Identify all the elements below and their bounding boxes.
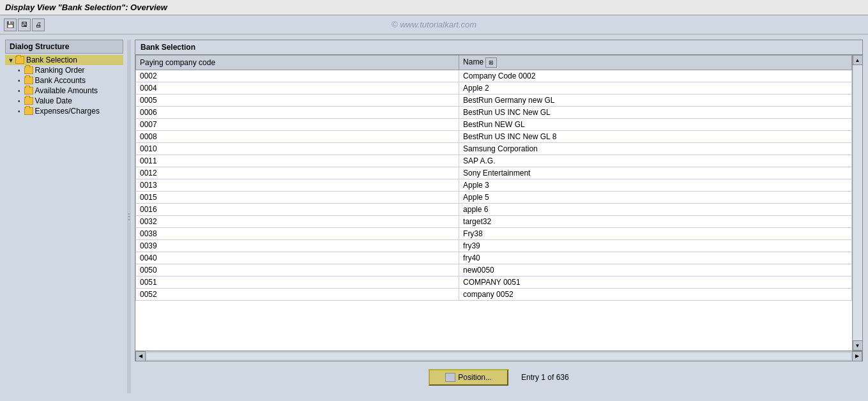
cell-code: 0039 [136,240,459,252]
table-row[interactable]: 0015Apple 5 [136,192,852,204]
sidebar-item-label: Value Date [35,96,72,105]
position-btn-icon [445,373,455,382]
bullet: • [18,87,20,95]
watermark: © www.tutorialkart.com [392,20,476,29]
sidebar-item-label: Expenses/Charges [35,107,100,116]
folder-icon [24,87,33,95]
cell-code: 0006 [136,107,459,119]
cell-name: BestRun US INC New GL [459,107,852,119]
table-row[interactable]: 0004Apple 2 [136,82,852,95]
table-wrapper: Paying company code Name ⊞ 0002Company C… [135,55,862,351]
bullet: • [18,77,20,84]
cell-name: BestRun US INC New GL 8 [459,131,852,143]
table-row[interactable]: 0005BestRun Germany new GL [136,95,852,107]
cell-name: fry40 [459,252,852,264]
position-btn-label: Position... [458,373,492,382]
folder-icon [24,107,33,115]
sidebar: Dialog Structure ▼ Bank Selection • Rank… [5,40,123,393]
table-row[interactable]: 0052company 0052 [136,289,852,301]
sidebar-item-bank-accounts[interactable]: • Bank Accounts [5,75,123,86]
sidebar-item-label: Bank Accounts [35,76,86,85]
folder-icon [15,56,24,64]
data-table: Paying company code Name ⊞ 0002Company C… [135,55,852,301]
sidebar-item-available-amounts[interactable]: • Available Amounts [5,86,123,96]
cell-name: BestRun NEW GL [459,119,852,131]
cell-code: 0011 [136,155,459,167]
table-row[interactable]: 0051COMPANY 0051 [136,276,852,289]
save-local-icon[interactable]: 🖫 [18,19,31,31]
cell-code: 0032 [136,216,459,228]
cell-name: new0050 [459,264,852,276]
folder-icon [24,66,33,74]
tree: ▼ Bank Selection • Ranking Order • Bank … [5,55,123,116]
print-icon[interactable]: 🖨 [32,19,45,31]
cell-code: 0002 [136,70,459,82]
sidebar-item-label: Available Amounts [35,86,98,95]
sidebar-item-label: Bank Selection [26,56,77,64]
table-title: Bank Selection [135,40,862,55]
scroll-left-btn[interactable]: ◀ [135,351,146,361]
horizontal-scrollbar[interactable]: ◀ ▶ [135,351,862,361]
resize-handle[interactable] [127,40,131,393]
bullet: • [18,108,20,115]
table-row[interactable]: 0040fry40 [136,252,852,264]
cell-name: Fry38 [459,228,852,240]
cell-name: COMPANY 0051 [459,276,852,289]
scroll-track[interactable] [853,65,862,340]
cell-name: apple 6 [459,204,852,216]
page-title: Display View "Bank Selection": Overview [0,0,868,15]
sidebar-item-expenses-charges[interactable]: • Expenses/Charges [5,106,123,116]
scroll-right-btn[interactable]: ▶ [852,351,862,361]
cell-name: SAP A.G. [459,155,852,167]
sidebar-item-ranking-order[interactable]: • Ranking Order [5,65,123,75]
table-row[interactable]: 0038Fry38 [136,228,852,240]
table-body: 0002Company Code 00020004Apple 20005Best… [136,70,852,301]
table-row[interactable]: 0013Apple 3 [136,179,852,192]
table-row[interactable]: 0032target32 [136,216,852,228]
cell-name: Company Code 0002 [459,70,852,82]
table-row[interactable]: 0002Company Code 0002 [136,70,852,82]
cell-code: 0050 [136,264,459,276]
cell-code: 0007 [136,119,459,131]
col-header-code: Paying company code [136,56,459,70]
save-icon[interactable]: 💾 [4,19,17,31]
table-row[interactable]: 0039fry39 [136,240,852,252]
cell-code: 0015 [136,192,459,204]
cell-name: Apple 5 [459,192,852,204]
sidebar-item-bank-selection[interactable]: ▼ Bank Selection [5,55,123,65]
scroll-down-btn[interactable]: ▼ [853,340,863,351]
table-row[interactable]: 0016apple 6 [136,204,852,216]
tree-arrow: ▼ [8,57,14,64]
table-row[interactable]: 0007BestRun NEW GL [136,119,852,131]
bullet: • [18,98,20,105]
h-scroll-track[interactable] [147,353,851,359]
table-container: Bank Selection Paying company code Name [135,40,863,361]
position-button[interactable]: Position... [429,369,508,386]
table-row[interactable]: 0011SAP A.G. [136,155,852,167]
table-row[interactable]: 0050new0050 [136,264,852,276]
toolbar: 💾 🖫 🖨 © www.tutorialkart.com [0,15,868,34]
vertical-scrollbar[interactable]: ▲ ▼ [852,55,862,351]
bottom-area: Position... Entry 1 of 636 [135,361,863,393]
cell-name: target32 [459,216,852,228]
table-row[interactable]: 0008BestRun US INC New GL 8 [136,131,852,143]
cell-code: 0004 [136,82,459,95]
col-header-name: Name ⊞ [459,56,852,70]
scroll-up-btn[interactable]: ▲ [853,55,863,65]
table-row[interactable]: 0012Sony Entertainment [136,167,852,179]
cell-name: Apple 2 [459,82,852,95]
cell-name: Sony Entertainment [459,167,852,179]
sidebar-header: Dialog Structure [5,40,123,54]
table-row[interactable]: 0010Samsung Corporation [136,143,852,155]
folder-icon [24,77,33,84]
sidebar-item-label: Ranking Order [35,66,85,75]
cell-code: 0052 [136,289,459,301]
table-scroll-area[interactable]: Paying company code Name ⊞ 0002Company C… [135,55,852,351]
column-config-icon[interactable]: ⊞ [485,57,497,68]
cell-code: 0008 [136,131,459,143]
content-area: Bank Selection Paying company code Name [135,40,863,393]
main-layout: Dialog Structure ▼ Bank Selection • Rank… [0,34,868,398]
sidebar-item-value-date[interactable]: • Value Date [5,96,123,106]
table-row[interactable]: 0006BestRun US INC New GL [136,107,852,119]
cell-code: 0051 [136,276,459,289]
